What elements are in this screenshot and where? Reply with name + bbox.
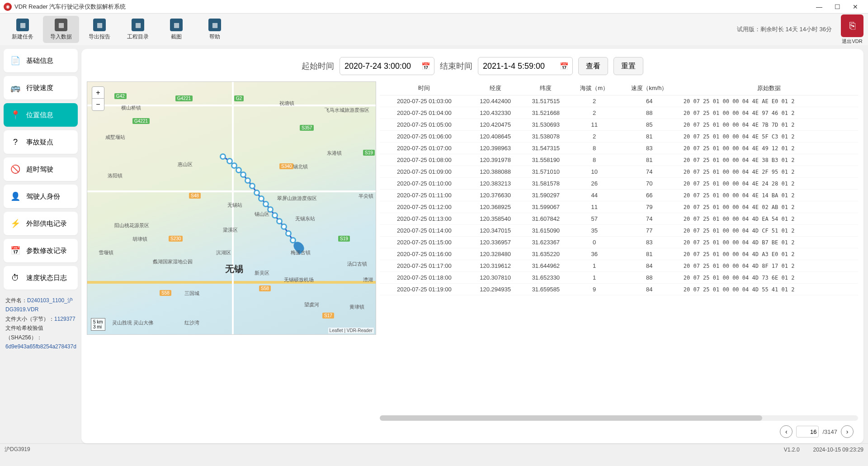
- map-label: 阳山桃花源景区: [114, 222, 149, 229]
- table-row[interactable]: 2020-07-25 01:17:00120.31961231.64496218…: [380, 260, 858, 272]
- map-label: 锡北镇: [293, 163, 308, 170]
- table-row[interactable]: 2020-07-25 01:10:00120.38321331.58157826…: [380, 178, 858, 190]
- table-row[interactable]: 2020-07-25 01:12:00120.36892531.59906711…: [380, 201, 858, 213]
- table-row[interactable]: 2020-07-25 01:03:00120.44240031.51751526…: [380, 95, 858, 107]
- map-label: 惠山区: [178, 161, 193, 168]
- prev-page-button[interactable]: ‹: [780, 425, 793, 438]
- map-label: 三国城: [184, 290, 199, 297]
- road-badge: S17: [322, 313, 334, 319]
- road-badge: G2: [234, 95, 244, 101]
- sidebar-item-accident[interactable]: ?事故疑点: [4, 130, 78, 154]
- exit-button[interactable]: ⎘ 退出VDR: [841, 14, 863, 45]
- column-header: 海拔（m）: [570, 81, 619, 95]
- toolbar-screenshot[interactable]: ▦截图: [158, 16, 194, 43]
- table-row[interactable]: 2020-07-25 01:08:00120.39197831.55819088…: [380, 154, 858, 166]
- road-badge: G4221: [132, 118, 150, 124]
- export-report-icon: ▦: [93, 19, 106, 31]
- sidebar-item-basic-info[interactable]: 📄基础信息: [4, 49, 78, 72]
- toolbar-help[interactable]: ▦帮助: [197, 16, 233, 43]
- location-icon: 📍: [10, 109, 21, 120]
- column-header: 经度: [469, 81, 522, 95]
- next-page-button[interactable]: ›: [841, 425, 854, 438]
- road-badge: S19: [363, 150, 375, 156]
- table-row[interactable]: 2020-07-25 01:13:00120.35854031.60784257…: [380, 213, 858, 225]
- toolbar-import-data[interactable]: ▦导入数据: [43, 16, 79, 43]
- column-header: 速度（km/h）: [619, 81, 680, 95]
- sidebar-item-power[interactable]: ⚡外部供电记录: [4, 212, 78, 235]
- track-point[interactable]: [254, 190, 260, 196]
- table-row[interactable]: 2020-07-25 01:16:00120.32848031.63522036…: [380, 248, 858, 260]
- help-icon: ▦: [208, 19, 221, 31]
- table-row[interactable]: 2020-07-25 01:18:00120.30781031.65233018…: [380, 272, 858, 284]
- data-table-panel: 时间经度纬度海拔（m）速度（km/h）原始数据 2020-07-25 01:03…: [380, 81, 858, 438]
- track-point[interactable]: [276, 218, 283, 224]
- map-label: 雪堰镇: [99, 249, 113, 256]
- table-row[interactable]: 2020-07-25 01:11:00120.37663031.59029744…: [380, 190, 858, 201]
- titlebar: ◉ VDR Reader 汽车行驶记录仪数据解析系统 — ☐ ✕: [0, 0, 868, 14]
- map-label: 无锡站: [227, 202, 242, 209]
- table-row[interactable]: 2020-07-25 01:19:00120.29493531.65958598…: [380, 284, 858, 295]
- new-task-icon: ▦: [16, 19, 29, 31]
- track-point[interactable]: [249, 183, 255, 189]
- content-panel: 起始时间 2020-7-24 3:00:00 📅 结束时间 2021-1-4 5…: [81, 49, 863, 443]
- track-point[interactable]: [285, 230, 292, 237]
- view-button[interactable]: 查看: [578, 57, 608, 75]
- sidebar-item-driver[interactable]: 👤驾驶人身份: [4, 185, 78, 208]
- minimize-button[interactable]: —: [810, 0, 828, 13]
- start-time-input[interactable]: 2020-7-24 3:00:00 📅: [340, 57, 434, 75]
- road-badge: S19: [338, 236, 350, 242]
- table-row[interactable]: 2020-07-25 01:05:00120.42047531.53069311…: [380, 119, 858, 131]
- track-point[interactable]: [245, 177, 251, 184]
- reset-button[interactable]: 重置: [613, 57, 643, 75]
- table-row[interactable]: 2020-07-25 01:04:00120.43233031.52166828…: [380, 107, 858, 119]
- power-icon: ⚡: [10, 218, 21, 229]
- sidebar-item-speed[interactable]: 🚌行驶速度: [4, 76, 78, 100]
- track-point[interactable]: [272, 212, 278, 219]
- end-time-input[interactable]: 2021-1-4 5:59:00 📅: [478, 57, 573, 75]
- sidebar-item-param[interactable]: 📅参数修改记录: [4, 239, 78, 262]
- map-panel[interactable]: 无锡 + − 5 km3 mi Leaflet | VDR-Reader 惠山区…: [87, 81, 376, 335]
- road-badge: S48: [189, 193, 201, 199]
- track-point[interactable]: [240, 171, 246, 178]
- page-input[interactable]: [796, 426, 819, 437]
- column-header: 原始数据: [680, 81, 858, 95]
- track-point[interactable]: [281, 223, 287, 230]
- toolbar-new-task[interactable]: ▦新建任务: [5, 16, 41, 43]
- track-point[interactable]: [220, 153, 226, 160]
- table-row[interactable]: 2020-07-25 01:06:00120.40864531.53807828…: [380, 131, 858, 143]
- map-label: 蠡湖国家湿地公园: [153, 258, 193, 265]
- maximize-button[interactable]: ☐: [828, 0, 846, 13]
- map-label: 黄埭镇: [349, 304, 364, 310]
- screenshot-icon: ▦: [170, 19, 183, 31]
- road-badge: S230: [169, 236, 183, 242]
- horizontal-scrollbar[interactable]: [380, 415, 858, 421]
- track-point[interactable]: [263, 201, 269, 207]
- table-row[interactable]: 2020-07-25 01:14:00120.34701531.61509035…: [380, 225, 858, 237]
- map-label: 无锡东站: [295, 215, 315, 222]
- speed-icon: 🚌: [10, 82, 21, 93]
- table-scroll[interactable]: 时间经度纬度海拔（m）速度（km/h）原始数据 2020-07-25 01:03…: [380, 81, 858, 414]
- app-title: VDR Reader 汽车行驶记录仪数据解析系统: [14, 3, 810, 11]
- table-row[interactable]: 2020-07-25 01:09:00120.38808831.57101010…: [380, 166, 858, 178]
- table-row[interactable]: 2020-07-25 01:15:00120.33695731.62336708…: [380, 237, 858, 248]
- statusbar: 沪DG3919 V1.2.0 2024-10-15 09:23:29: [0, 443, 868, 455]
- import-data-icon: ▦: [55, 19, 67, 31]
- close-button[interactable]: ✕: [846, 0, 864, 13]
- track-point[interactable]: [258, 195, 264, 202]
- project-dir-icon: ▦: [132, 19, 144, 31]
- table-row[interactable]: 2020-07-25 01:07:00120.39896331.54731588…: [380, 143, 858, 154]
- sidebar-item-speedlog[interactable]: ⏱速度状态日志: [4, 266, 78, 290]
- map-label: 红沙湾: [184, 319, 199, 326]
- road-badge: S58: [160, 290, 171, 296]
- sidebar-item-overtime[interactable]: 🚫超时驾驶: [4, 157, 78, 181]
- toolbar-export-report[interactable]: ▦导出报告: [81, 16, 118, 43]
- sidebar-item-location[interactable]: 📍位置信息: [4, 103, 78, 127]
- map-label: 新吴区: [255, 270, 269, 276]
- map-label: 洛阳镇: [108, 172, 123, 179]
- param-icon: 📅: [10, 245, 21, 256]
- map-label: 梁溪区: [223, 227, 238, 233]
- map-label: 横山桥镇: [121, 105, 141, 111]
- toolbar-project-dir[interactable]: ▦工程目录: [120, 16, 156, 43]
- road-badge: G42: [114, 93, 127, 99]
- file-info: 文件名：D240103_1100_沪DG3919.VDR 文件大小（字节）：11…: [4, 293, 78, 354]
